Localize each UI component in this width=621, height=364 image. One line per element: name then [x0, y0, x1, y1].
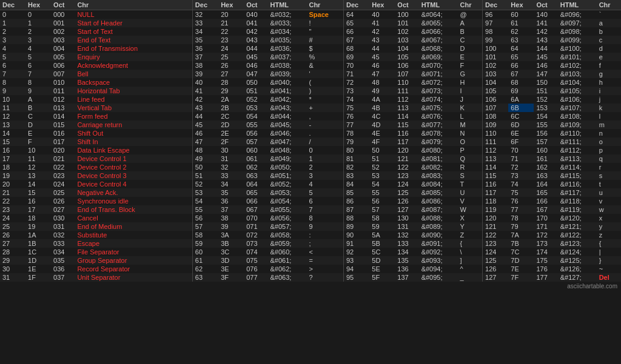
cell-chr3: I: [458, 87, 483, 95]
cell-chr3: T: [458, 180, 483, 188]
col-oct-1: Oct: [51, 0, 75, 10]
cell-dec3: 67: [344, 36, 370, 44]
cell-oct2: 044: [244, 44, 267, 53]
cell-dec: 1: [0, 19, 25, 27]
cell-chr: Device Control 3: [75, 171, 192, 180]
table-row: 2115025Negative Ack.5335065&#053;5855512…: [0, 188, 621, 197]
table-row: 291D035Group Separator613D075&#061;=935D…: [0, 256, 621, 265]
cell-oct2: 072: [244, 231, 267, 239]
cell-hex4: 6C: [508, 112, 534, 121]
cell-dec4: 121: [483, 222, 509, 231]
cell-html4: &#122;: [558, 231, 597, 239]
cell-chr: Escape: [75, 239, 192, 248]
cell-hex: 1D: [25, 256, 51, 265]
cell-hex4: 7E: [508, 265, 534, 273]
cell-oct: 006: [51, 61, 75, 70]
cell-oct3: 135: [395, 256, 418, 265]
cell-hex2: 2D: [218, 121, 244, 129]
cell-oct: 010: [51, 78, 75, 87]
cell-html4: &#113;: [558, 154, 597, 163]
cell-oct2: 064: [244, 180, 267, 188]
cell-chr4: `: [597, 10, 621, 19]
cell-hex3: 51: [369, 154, 395, 163]
cell-oct3: 107: [395, 70, 418, 78]
cell-dec2: 55: [192, 205, 218, 214]
cell-hex2: 3E: [218, 265, 244, 273]
col-dec-4: Dec: [483, 0, 509, 10]
cell-dec4: 100: [483, 44, 509, 53]
cell-html2: &#056;: [268, 214, 307, 222]
cell-chr3: C: [458, 36, 483, 44]
cell-hex2: 31: [218, 154, 244, 163]
cell-hex2: 39: [218, 222, 244, 231]
cell-dec3: 90: [344, 231, 370, 239]
cell-html2: &#033;: [268, 19, 307, 27]
ascii-table-container: Dec Hex Oct Chr Dec Hex Oct HTML Chr Dec…: [0, 0, 621, 291]
table-row: 44004End of Transmission3624044&#036;$68…: [0, 44, 621, 53]
cell-oct4: 170: [534, 214, 557, 222]
cell-oct2: 061: [244, 154, 267, 163]
cell-dec3: 69: [344, 53, 370, 61]
cell-html4: &#125;: [558, 256, 597, 265]
col-html-2: HTML: [268, 0, 307, 10]
cell-oct4: 163: [534, 171, 557, 180]
cell-chr4: x: [597, 214, 621, 222]
cell-dec: 9: [0, 87, 25, 95]
cell-dec2: 45: [192, 121, 218, 129]
cell-dec: 18: [0, 163, 25, 171]
cell-oct: 017: [51, 137, 75, 146]
cell-oct: 007: [51, 70, 75, 78]
cell-hex: 1C: [25, 248, 51, 256]
cell-chr: Negative Ack.: [75, 188, 192, 197]
cell-dec: 2: [0, 27, 25, 36]
cell-dec2: 48: [192, 146, 218, 154]
col-chr-4: Chr: [597, 0, 621, 10]
cell-html4: &#109;: [558, 121, 597, 129]
cell-chr: Carriage return: [75, 121, 192, 129]
table-row: 1812022Device Control 25032062&#050;2825…: [0, 163, 621, 171]
cell-hex: 5: [25, 53, 51, 61]
cell-oct4: 173: [534, 239, 557, 248]
cell-oct2: 041: [244, 19, 267, 27]
cell-oct2: 043: [244, 36, 267, 44]
cell-dec2: 35: [192, 36, 218, 44]
cell-hex4: 70: [508, 146, 534, 154]
cell-html4: &#126;: [558, 265, 597, 273]
cell-chr4: j: [597, 95, 621, 104]
cell-dec4: 127: [483, 273, 509, 282]
cell-html4: &#106;: [558, 95, 597, 104]
table-row: 2418030Cancel5638070&#056;88858130&#088;…: [0, 214, 621, 222]
cell-chr2: %: [306, 53, 343, 61]
cell-hex4: 61: [508, 19, 534, 27]
cell-hex: 6: [25, 61, 51, 70]
cell-hex2: 32: [218, 163, 244, 171]
cell-dec2: 60: [192, 248, 218, 256]
cell-oct4: 144: [534, 44, 557, 53]
cell-dec: 11: [0, 104, 25, 112]
cell-oct: 000: [51, 10, 75, 19]
table-row: 2519031End of Medium5739071&#057;9895913…: [0, 222, 621, 231]
cell-dec: 3: [0, 36, 25, 44]
cell-oct2: 067: [244, 205, 267, 214]
cell-oct4: 145: [534, 53, 557, 61]
cell-hex4: 78: [508, 214, 534, 222]
cell-chr3: A: [458, 19, 483, 27]
cell-oct2: 066: [244, 197, 267, 205]
cell-oct4: 162: [534, 163, 557, 171]
cell-hex4: 64: [508, 44, 534, 53]
cell-chr3: Z: [458, 231, 483, 239]
cell-dec: 28: [0, 248, 25, 256]
cell-html4: &#108;: [558, 112, 597, 121]
cell-oct4: 146: [534, 61, 557, 70]
cell-hex3: 57: [369, 205, 395, 214]
cell-html2: &#052;: [268, 180, 307, 188]
header-row: Dec Hex Oct Chr Dec Hex Oct HTML Chr Dec…: [0, 0, 621, 10]
cell-hex4: 7A: [508, 231, 534, 239]
cell-hex4: 7C: [508, 248, 534, 256]
cell-hex2: 20: [218, 10, 244, 19]
cell-html3: &#069;: [419, 53, 458, 61]
cell-oct3: 112: [395, 95, 418, 104]
cell-oct4: 165: [534, 188, 557, 197]
cell-chr: Record Separator: [75, 265, 192, 273]
cell-chr2: 2: [306, 163, 343, 171]
